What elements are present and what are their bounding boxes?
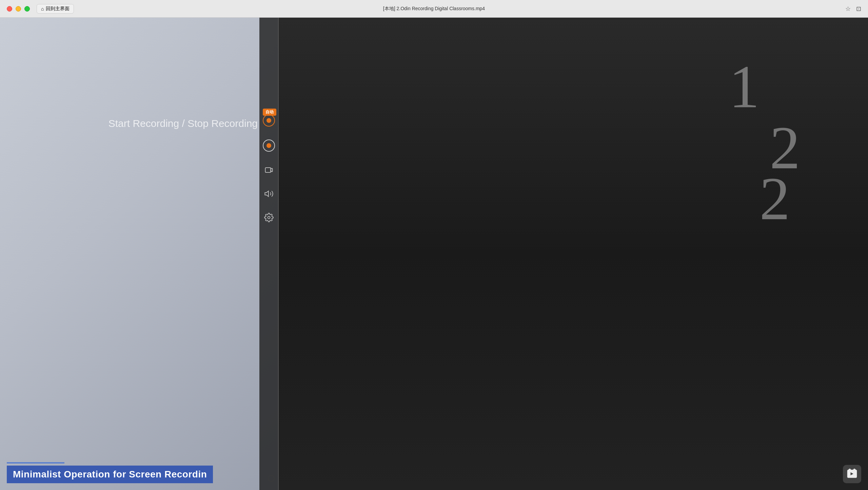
- auto-badge: 自动: [263, 109, 276, 116]
- home-button-label: 回到主界面: [46, 6, 70, 12]
- window-title: [本地] 2.Odin Recording Digital Classrooms…: [383, 6, 485, 12]
- start-recording-button[interactable]: [263, 114, 275, 127]
- minimize-button[interactable]: [16, 6, 21, 12]
- svg-marker-0: [265, 191, 269, 196]
- video-title: Minimalist Operation for Screen Recordin: [7, 466, 213, 483]
- chalk-number-1: 1: [729, 52, 760, 122]
- title-bar: ⌂ 回到主界面 [本地] 2.Odin Recording Digital Cl…: [0, 0, 868, 18]
- camera-icon[interactable]: [263, 165, 274, 175]
- bookmark-icon[interactable]: ☆: [845, 5, 851, 13]
- bilibili-button[interactable]: [843, 465, 861, 483]
- sidebar-container: 自动 Start Recording / Stop Recording: [259, 18, 278, 490]
- bilibili-icon: [846, 468, 858, 480]
- settings-icon[interactable]: [263, 212, 274, 223]
- split-view-icon[interactable]: ⊡: [856, 5, 861, 13]
- stop-recording-button[interactable]: [263, 139, 275, 152]
- chalk-number-3: 2: [760, 164, 790, 234]
- traffic-lights: [0, 6, 30, 12]
- recording-label: Start Recording / Stop Recording: [108, 118, 258, 129]
- title-accent-line: [7, 462, 64, 464]
- left-panel: 自动 Start Recording / Stop Recording: [0, 18, 278, 490]
- fullscreen-button[interactable]: [24, 6, 30, 12]
- titlebar-actions: ☆ ⊡: [845, 5, 861, 13]
- right-panel: 1 2 2: [278, 18, 868, 490]
- home-button[interactable]: ⌂ 回到主界面: [37, 4, 74, 14]
- close-button[interactable]: [7, 6, 12, 12]
- svg-point-1: [268, 216, 270, 219]
- main-content: 自动 Start Recording / Stop Recording: [0, 18, 868, 490]
- sidebar-inner: 自动 Start Recording / Stop Recording: [259, 18, 278, 490]
- bottom-overlay: Minimalist Operation for Screen Recordin: [0, 462, 278, 483]
- volume-icon[interactable]: [263, 188, 274, 199]
- panel-divider: [278, 18, 279, 490]
- home-icon: ⌂: [41, 6, 44, 12]
